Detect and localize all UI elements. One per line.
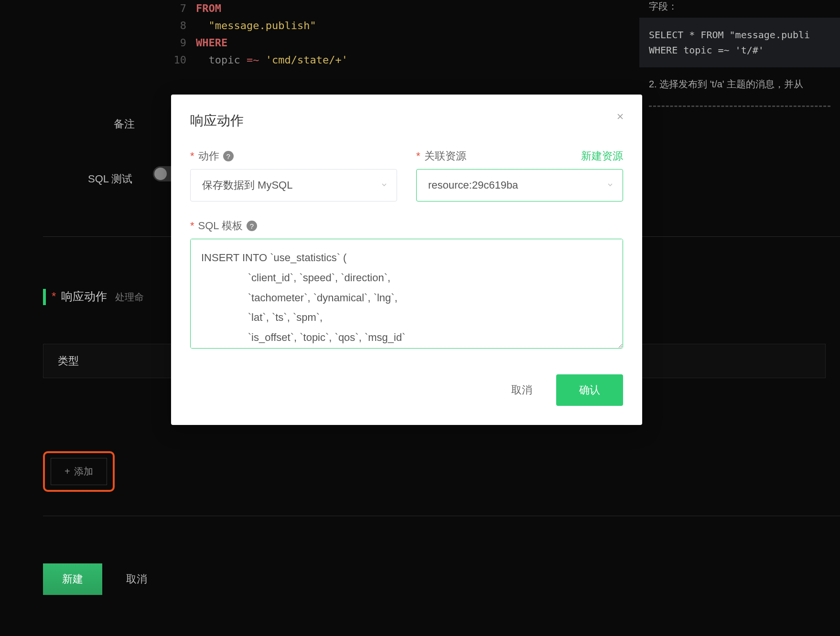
help-field-label: 字段： — [639, 0, 840, 18]
modal-title: 响应动作 — [190, 112, 623, 130]
required-star: * — [190, 220, 194, 232]
response-action-section-title: * 响应动作 处理命 — [52, 289, 144, 304]
section-title-text: 响应动作 — [61, 290, 107, 303]
code-content: WHERE — [196, 34, 227, 52]
close-icon[interactable] — [615, 112, 625, 123]
help-code-line: WHERE topic =~ 't/#' — [649, 42, 830, 58]
plus-icon: + — [65, 466, 70, 477]
add-button-label: 添加 — [74, 465, 93, 478]
modal-cancel-button[interactable]: 取消 — [497, 374, 547, 406]
divider — [43, 516, 840, 516]
sql-template-label-text: SQL 模板 — [198, 219, 243, 233]
sql-template-textarea[interactable] — [190, 239, 623, 349]
page-footer-buttons: 新建 取消 — [43, 563, 147, 595]
help-panel: 字段： SELECT * FROM "message.publi WHERE t… — [639, 0, 840, 112]
action-label-text: 动作 — [198, 149, 219, 163]
line-num: 8 — [167, 17, 196, 34]
dashed-divider — [649, 106, 830, 107]
add-action-button[interactable]: + 添加 — [51, 458, 107, 485]
line-num: 9 — [167, 34, 196, 52]
resource-label-text: 关联资源 — [424, 149, 466, 163]
code-content: "message.publish" — [196, 17, 316, 34]
resource-select[interactable]: resource:29c619ba — [416, 169, 623, 201]
modal-confirm-button[interactable]: 确认 — [556, 374, 623, 406]
chevron-down-icon — [380, 179, 388, 191]
action-select[interactable]: 保存数据到 MySQL — [190, 169, 397, 201]
create-button[interactable]: 新建 — [43, 563, 102, 595]
chevron-down-icon — [606, 179, 614, 191]
sql-template-field-label: * SQL 模板 ? — [190, 219, 623, 233]
required-star: * — [52, 290, 56, 303]
help-icon[interactable]: ? — [247, 221, 257, 231]
help-code-block: SELECT * FROM "message.publi WHERE topic… — [639, 18, 840, 67]
help-icon[interactable]: ? — [223, 151, 234, 161]
cancel-button[interactable]: 取消 — [126, 572, 147, 586]
line-num: 7 — [167, 0, 196, 17]
required-star: * — [190, 150, 194, 162]
help-text: 2. 选择发布到 't/a' 主题的消息，并从 — [639, 67, 840, 101]
section-subtitle: 处理命 — [115, 292, 144, 302]
resource-select-value: resource:29c619ba — [428, 179, 518, 191]
remark-label: 备注 — [114, 117, 135, 131]
new-resource-link[interactable]: 新建资源 — [581, 149, 623, 163]
line-num: 10 — [167, 52, 196, 69]
sql-test-label: SQL 测试 — [88, 172, 132, 186]
action-select-value: 保存数据到 MySQL — [202, 178, 292, 192]
action-field-label: * 动作 ? — [190, 149, 397, 163]
code-content: FROM — [196, 0, 221, 17]
response-action-modal: 响应动作 * 动作 ? 保存数据到 MySQL * 关联资源 — [171, 95, 642, 425]
add-button-highlight: + 添加 — [43, 451, 115, 492]
resource-field-label: * 关联资源 — [416, 149, 466, 163]
section-indicator — [43, 289, 46, 305]
modal-footer: 取消 确认 — [190, 374, 623, 406]
required-star: * — [416, 150, 420, 162]
help-code-line: SELECT * FROM "message.publi — [649, 27, 830, 42]
code-content: topic =~ 'cmd/state/+' — [196, 52, 348, 69]
